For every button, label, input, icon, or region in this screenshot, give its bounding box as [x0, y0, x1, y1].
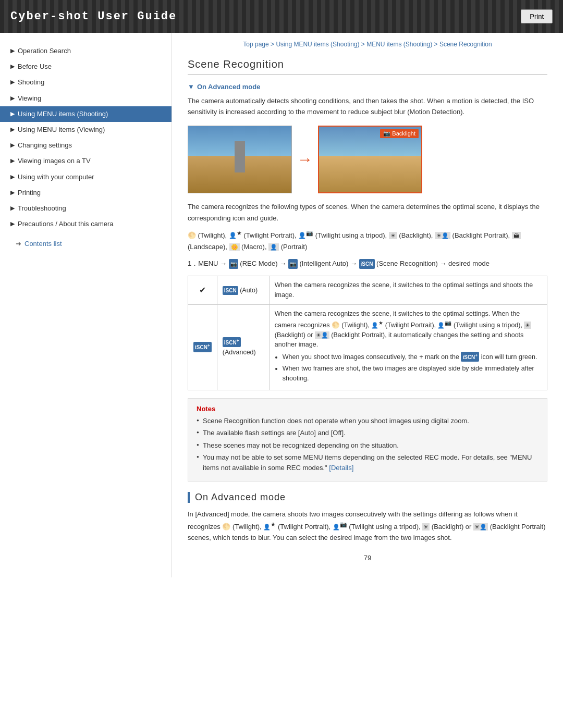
scene-text: The camera recognizes the following type…: [188, 201, 547, 224]
sidebar-item-shooting[interactable]: ▶ Shooting: [0, 75, 172, 90]
contents-arrow-icon: ➜: [16, 240, 21, 248]
sidebar-item-precautions[interactable]: ▶ Precautions / About this camera: [0, 216, 172, 232]
sidebar-item-troubleshooting[interactable]: ▶ Troubleshooting: [0, 201, 172, 216]
triangle-icon: ▼: [188, 83, 194, 91]
notes-box: Notes Scene Recognition function does no…: [188, 398, 547, 482]
sidebar-item-using-computer[interactable]: ▶ Using with your computer: [0, 169, 172, 185]
sidebar-item-label: Changing settings: [18, 141, 72, 150]
section-header-advanced: ▼ On Advanced mode: [188, 83, 547, 91]
table-row-auto: ✔ iSCN (Auto) When the camera recognizes…: [188, 276, 547, 305]
page-layout: ▶ Operation Search ▶ Before Use ▶ Shooti…: [0, 33, 563, 577]
advanced-mode-label: On Advanced mode: [197, 83, 261, 91]
body-text-1: The camera automatically detects shootin…: [188, 96, 547, 118]
note-item-4: You may not be able to set some MENU ite…: [197, 452, 538, 473]
rec-mode-icon: 📷: [229, 259, 238, 269]
sidebar-item-operation-search[interactable]: ▶ Operation Search: [0, 43, 172, 59]
breadcrumb-menu-shooting[interactable]: Using MENU items (Shooting): [276, 41, 359, 48]
arrow-icon: ▶: [10, 204, 15, 212]
transition-arrow-icon: →: [297, 151, 313, 168]
sidebar-item-using-menu-shooting[interactable]: ▶ Using MENU items (Shooting): [0, 106, 172, 122]
table-cell-advanced-icon: iSCN+: [188, 304, 217, 390]
arrow-icon: ▶: [10, 78, 15, 86]
note-item-3: These scenes may not be recognized depen…: [197, 440, 538, 451]
sidebar-item-label: Precautions / About this camera: [18, 219, 114, 229]
step-text: 1．MENU → 📷 (REC Mode) → 📷 (Intelligent A…: [188, 258, 547, 269]
sidebar-item-label: Troubleshooting: [18, 204, 66, 213]
bullet-item-1: When you shoot two images consecutively,…: [283, 352, 542, 362]
note-item-2: The available flash settings are [Auto] …: [197, 428, 538, 438]
main-content: Top page > Using MENU items (Shooting) >…: [172, 33, 563, 577]
arrow-icon: ▶: [10, 47, 15, 55]
image-area: → 📷 Backlight: [188, 126, 547, 193]
breadcrumb-sep1: >: [271, 41, 276, 48]
iscn-plus-icon: iSCN+: [193, 342, 212, 352]
breadcrumb: Top page > Using MENU items (Shooting) >…: [188, 41, 547, 48]
sidebar-item-changing-settings[interactable]: ▶ Changing settings: [0, 138, 172, 153]
building2-layer: [319, 156, 421, 192]
sidebar-item-printing[interactable]: ▶ Printing: [0, 185, 172, 201]
iscn-plus-badge: iSCN+: [223, 337, 241, 347]
contents-list-link[interactable]: ➜ Contents list: [0, 235, 172, 253]
table-cell-checkmark: ✔: [188, 276, 217, 305]
sidebar-item-label: Before Use: [18, 62, 52, 71]
arrow-icon: ▶: [10, 126, 15, 133]
advanced-body-text: In [Advanced] mode, the camera shoots tw…: [188, 509, 547, 544]
sidebar-item-label: Viewing: [18, 94, 41, 103]
bullet-item-2: When two frames are shot, the two images…: [283, 364, 542, 384]
iscn-auto-icon: iSCN: [223, 286, 238, 295]
before-image: [188, 126, 292, 193]
arrow-icon: ▶: [10, 220, 15, 228]
page-number: 79: [188, 554, 547, 562]
note-item-1: Scene Recognition function does not oper…: [197, 416, 538, 426]
table-cell-auto-label: iSCN (Auto): [217, 276, 269, 305]
advanced-section-title: On Advanced mode: [188, 492, 547, 503]
advanced-bullets: When you shoot two images consecutively,…: [283, 352, 542, 384]
sidebar-item-label: Operation Search: [18, 46, 71, 56]
backlight-badge: 📷 Backlight: [380, 129, 419, 138]
details-link[interactable]: [Details]: [329, 464, 353, 472]
page-header: Cyber-shot User Guide Print: [0, 0, 563, 33]
table-row-advanced: iSCN+ iSCN+ (Advanced) When the camera r…: [188, 304, 547, 390]
breadcrumb-top[interactable]: Top page: [243, 41, 268, 48]
arrow-icon: ▶: [10, 157, 15, 165]
sidebar-item-viewing[interactable]: ▶ Viewing: [0, 91, 172, 106]
contents-list-label: Contents list: [25, 240, 62, 248]
scene-recognition-icon: iSCN: [359, 259, 375, 269]
arrow-icon: ▶: [10, 173, 15, 181]
breadcrumb-current: Scene Recognition: [439, 41, 492, 48]
sidebar: ▶ Operation Search ▶ Before Use ▶ Shooti…: [0, 33, 172, 577]
sidebar-item-viewing-tv[interactable]: ▶ Viewing images on a TV: [0, 153, 172, 169]
sidebar-item-label: Using MENU items (Viewing): [18, 125, 105, 134]
page-title: Scene Recognition: [188, 58, 547, 75]
settings-table: ✔ iSCN (Auto) When the camera recognizes…: [188, 276, 547, 390]
breadcrumb-menu-items[interactable]: MENU items (Shooting): [366, 41, 432, 48]
tower-element: [235, 141, 245, 172]
sidebar-item-before-use[interactable]: ▶ Before Use: [0, 59, 172, 75]
breadcrumb-sep2: >: [361, 41, 366, 48]
table-cell-advanced-desc: When the camera recognizes the scene, it…: [269, 304, 547, 390]
after-image: 📷 Backlight: [318, 126, 422, 193]
arrow-icon: ▶: [10, 94, 15, 102]
arrow-icon: ▶: [10, 63, 15, 70]
iscn-icon-inline: iSCN+: [461, 352, 479, 362]
sidebar-item-label: Using MENU items (Shooting): [18, 109, 108, 119]
checkmark-icon: ✔: [199, 286, 206, 294]
arrow-icon: ▶: [10, 141, 15, 149]
print-button[interactable]: Print: [521, 9, 553, 23]
sidebar-item-label: Viewing images on a TV: [18, 156, 91, 166]
breadcrumb-sep3: >: [434, 41, 439, 48]
notes-list: Scene Recognition function does not oper…: [197, 416, 538, 473]
sidebar-item-label: Using with your computer: [18, 172, 94, 182]
table-cell-advanced-label: iSCN+ (Advanced): [217, 304, 269, 390]
app-title: Cyber-shot User Guide: [10, 10, 177, 23]
sidebar-item-label: Shooting: [18, 78, 44, 87]
sidebar-item-label: Printing: [18, 188, 41, 198]
sidebar-item-using-menu-viewing[interactable]: ▶ Using MENU items (Viewing): [0, 122, 172, 138]
arrow-icon: ▶: [10, 110, 15, 118]
advanced-desc-main: When the camera recognizes the scene, it…: [275, 310, 532, 348]
notes-title: Notes: [197, 405, 538, 413]
table-cell-auto-desc: When the camera recognizes the scene, it…: [269, 276, 547, 305]
scene-icons-text: 🌕 (Twilight), 👤★ (Twilight Portrait), 👤📷…: [188, 228, 547, 253]
intelligent-auto-icon: 📷: [288, 259, 298, 269]
arrow-icon: ▶: [10, 189, 15, 196]
